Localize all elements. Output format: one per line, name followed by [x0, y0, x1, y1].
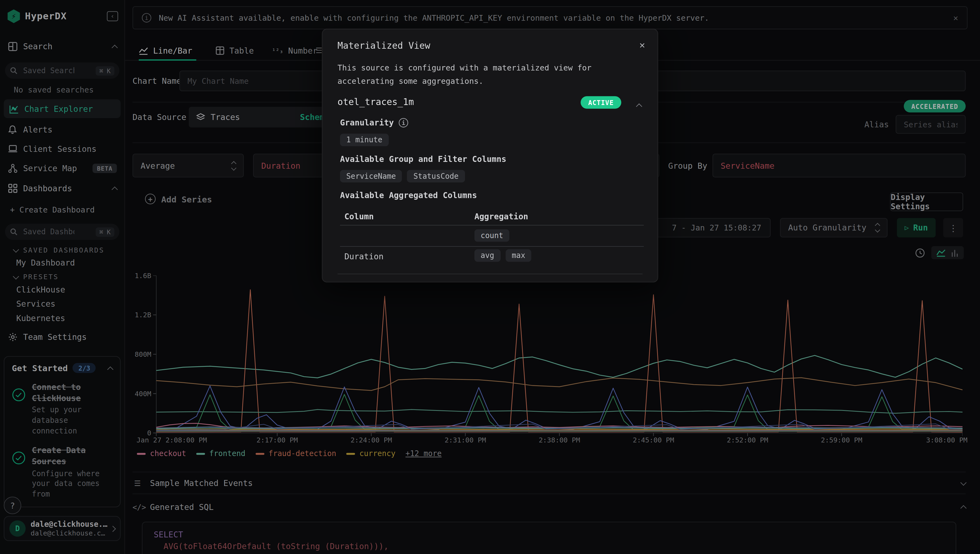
table-row-aggregations: avg max: [475, 249, 532, 262]
table-divider: [340, 246, 644, 247]
granularity-value-chip: 1 minute: [340, 134, 389, 146]
table-row-column: Duration: [344, 252, 384, 261]
modal-description: This source is configured with a materia…: [338, 62, 645, 88]
chevron-up-icon[interactable]: [636, 103, 642, 110]
granularity-chip-wrap: 1 minute: [340, 134, 389, 146]
aggregation-chip: max: [505, 249, 532, 262]
filter-column-chip: ServiceName: [340, 170, 402, 183]
aggregation-chip: count: [475, 229, 510, 242]
filter-columns-label: Available Group and Filter Columns: [340, 154, 506, 164]
granularity-label: Granularity: [340, 118, 394, 127]
aggregated-columns-label: Available Aggregated Columns: [340, 191, 477, 200]
view-name: otel_traces_1m: [338, 97, 414, 107]
hyperdx-app: ⚡ HyperDX ‹ Search ⌘ K No saved searches…: [0, 0, 980, 554]
close-icon[interactable]: ✕: [639, 40, 645, 51]
materialized-view-modal: Materialized View ✕ This source is confi…: [322, 29, 658, 282]
modal-title: Materialized View: [338, 41, 430, 51]
aggregation-chip: avg: [475, 249, 500, 262]
filter-columns-chips: ServiceName StatusCode: [340, 170, 465, 183]
table-header-aggregation: Aggregation: [475, 212, 528, 221]
status-badge: ACTIVE: [581, 96, 621, 109]
granularity-section: Granularity i: [340, 118, 408, 127]
table-divider: [340, 225, 644, 226]
table-row-aggregations: count: [475, 229, 510, 242]
info-icon[interactable]: i: [399, 118, 408, 127]
table-header-column: Column: [344, 212, 374, 221]
modal-footer-divider: [338, 274, 642, 274]
filter-column-chip: StatusCode: [407, 170, 465, 183]
